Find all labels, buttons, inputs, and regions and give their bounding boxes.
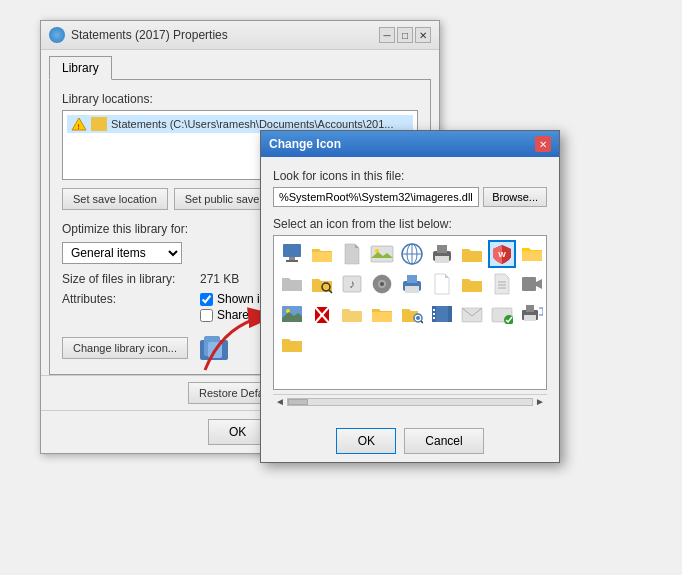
- icon-cell[interactable]: [428, 240, 456, 268]
- blank-doc-icon: [433, 273, 451, 295]
- svg-rect-34: [522, 277, 536, 291]
- icon-scrollbar[interactable]: ◄ ►: [273, 394, 547, 408]
- dialog-ok-button[interactable]: OK: [336, 428, 396, 454]
- video-icon: [521, 274, 543, 294]
- svg-rect-17: [437, 245, 447, 253]
- icon-cell[interactable]: [398, 300, 426, 328]
- ok-button[interactable]: OK: [208, 419, 268, 445]
- icon-cell[interactable]: [308, 240, 336, 268]
- folder-search-icon: [311, 274, 333, 294]
- shared-checkbox[interactable]: [200, 309, 213, 322]
- svg-rect-50: [433, 317, 435, 319]
- scrollbar-thumb[interactable]: [288, 399, 308, 405]
- svg-rect-47: [448, 306, 452, 322]
- disc-icon: [371, 274, 393, 294]
- dialog-title: Change Icon: [269, 137, 341, 151]
- monitor-icon: [280, 242, 304, 266]
- folder-search2-icon: [401, 304, 423, 324]
- icon-cell[interactable]: [278, 330, 306, 358]
- shown-in-nav-checkbox[interactable]: [200, 293, 213, 306]
- look-for-label: Look for icons in this file:: [273, 169, 547, 183]
- icon-cell[interactable]: [428, 270, 456, 298]
- icon-cell[interactable]: [368, 300, 396, 328]
- close-button[interactable]: ✕: [415, 27, 431, 43]
- tab-library[interactable]: Library: [49, 56, 112, 80]
- icon-cell[interactable]: [338, 300, 366, 328]
- filmstrip-icon: [431, 304, 453, 324]
- dialog-close-button[interactable]: ✕: [535, 136, 551, 152]
- window-title: Statements (2017) Properties: [71, 28, 228, 42]
- title-controls: ─ □ ✕: [379, 27, 431, 43]
- folder-icon: [311, 244, 333, 264]
- scroll-right-icon[interactable]: ►: [533, 396, 545, 407]
- icon-cell[interactable]: ♪: [338, 270, 366, 298]
- icon-cell[interactable]: [488, 300, 516, 328]
- browse-button[interactable]: Browse...: [483, 187, 547, 207]
- svg-rect-9: [312, 252, 332, 262]
- svg-rect-49: [433, 313, 435, 315]
- tab-bar: Library: [41, 50, 439, 79]
- svg-line-44: [421, 321, 423, 323]
- envelope-icon: [461, 304, 483, 324]
- icon-cell-selected[interactable]: W: [488, 240, 516, 268]
- icon-cell[interactable]: [278, 270, 306, 298]
- dialog-footer: OK Cancel: [261, 420, 559, 462]
- music-icon: ♪: [341, 274, 363, 294]
- icon-cell[interactable]: [518, 300, 546, 328]
- warning-icon: !: [71, 117, 87, 131]
- scroll-left-icon[interactable]: ◄: [275, 396, 287, 407]
- title-bar-left: Statements (2017) Properties: [49, 27, 228, 43]
- icon-cell[interactable]: [458, 300, 486, 328]
- printer-icon: [431, 243, 453, 265]
- file-path-input[interactable]: [273, 187, 479, 207]
- svg-rect-6: [283, 244, 301, 257]
- dialog-cancel-button[interactable]: Cancel: [404, 428, 483, 454]
- size-label: Size of files in library:: [62, 272, 192, 286]
- select-icon-label: Select an icon from the list below:: [273, 217, 547, 231]
- icon-cell[interactable]: [368, 240, 396, 268]
- icon-cell[interactable]: [398, 270, 426, 298]
- dialog-content: Look for icons in this file: Browse... S…: [261, 157, 559, 420]
- scrollbar-track[interactable]: [287, 398, 533, 406]
- icon-cell[interactable]: [278, 300, 306, 328]
- svg-rect-8: [286, 260, 298, 262]
- location-path: Statements (C:\Users\ramesh\Documents\Ac…: [111, 118, 393, 130]
- icon-grid-container: W: [273, 235, 547, 390]
- icon-cell[interactable]: [338, 240, 366, 268]
- network-icon: [401, 243, 423, 265]
- icon-cell[interactable]: [368, 270, 396, 298]
- icon-cell[interactable]: [488, 270, 516, 298]
- optimize-label: Optimize this library for:: [62, 222, 192, 236]
- svg-rect-48: [433, 309, 435, 311]
- icon-cell[interactable]: [308, 300, 336, 328]
- svg-rect-7: [289, 257, 295, 260]
- network-printer-icon: [521, 303, 543, 325]
- icon-cell[interactable]: [518, 270, 546, 298]
- icon-cell[interactable]: [398, 240, 426, 268]
- small-folder-icon: [461, 274, 483, 294]
- icon-cell[interactable]: [428, 300, 456, 328]
- icon-cell[interactable]: [278, 240, 306, 268]
- icon-cell[interactable]: [458, 270, 486, 298]
- change-library-icon-button[interactable]: Change library icon...: [62, 337, 188, 359]
- svg-rect-55: [526, 305, 534, 312]
- icon-grid: W: [274, 236, 546, 362]
- maximize-button[interactable]: □: [397, 27, 413, 43]
- svg-marker-35: [536, 279, 542, 289]
- empty-folder-icon: [341, 304, 363, 324]
- set-save-location-button[interactable]: Set save location: [62, 188, 168, 210]
- library-locations-label: Library locations:: [62, 92, 418, 106]
- list-doc-icon: [493, 273, 511, 295]
- minimize-button[interactable]: ─: [379, 27, 395, 43]
- icon-cell[interactable]: [308, 270, 336, 298]
- svg-rect-56: [524, 315, 536, 321]
- svg-point-27: [380, 282, 384, 286]
- svg-rect-20: [522, 251, 542, 261]
- icon-cell[interactable]: [458, 240, 486, 268]
- printer2-icon: [401, 273, 423, 295]
- optimize-dropdown[interactable]: General items: [62, 242, 182, 264]
- svg-text:♪: ♪: [349, 277, 355, 291]
- icon-cell[interactable]: [518, 240, 546, 268]
- folder4-icon: [281, 334, 303, 354]
- attributes-label: Attributes:: [62, 292, 192, 306]
